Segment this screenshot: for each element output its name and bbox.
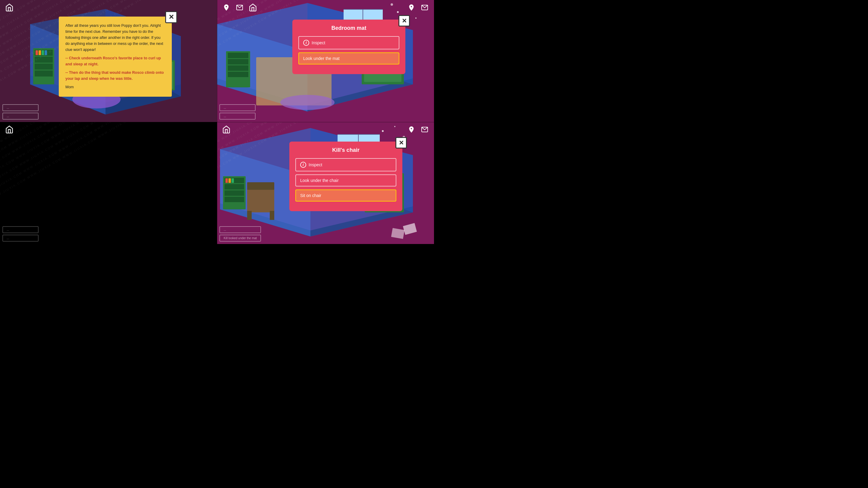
quadrant-top-right: WWW.JIUXIA.COM WWW.JIUXIA.COM WWW.JIUXIA… bbox=[217, 0, 434, 122]
action-buttons-tr: ... ... bbox=[219, 104, 255, 120]
svg-point-43 bbox=[415, 18, 416, 19]
look-under-mat-label: Look under the mat bbox=[303, 56, 395, 61]
action-btn-1-br[interactable]: ... bbox=[219, 226, 261, 233]
sit-on-chair-label: Sit on chair bbox=[300, 193, 392, 198]
quadrant-bottom-left: WWW.JIUXIA.COM WWW.JIUXIA.COM WWW.JIUXIA… bbox=[0, 122, 217, 244]
sit-on-chair-button[interactable]: Sit on chair bbox=[296, 190, 396, 201]
kills-chair-close-button[interactable]: ✕ bbox=[396, 137, 407, 149]
nav-bar-bottom-right bbox=[217, 124, 434, 135]
svg-point-55 bbox=[280, 95, 335, 110]
mail-icon-tr-right[interactable] bbox=[420, 2, 430, 13]
action-btn-1-bl[interactable]: ... bbox=[2, 226, 38, 233]
svg-rect-87 bbox=[224, 184, 244, 190]
svg-rect-84 bbox=[270, 211, 274, 220]
mail-icon-br[interactable] bbox=[420, 124, 430, 135]
home-button-bl[interactable] bbox=[4, 124, 14, 135]
letter-clue1: -- Check underneath Rosco's favorite pla… bbox=[65, 55, 165, 67]
svg-rect-52 bbox=[228, 65, 248, 71]
letter-content: After all these years you still love Pop… bbox=[65, 23, 165, 90]
kills-chair-popup: ✕ Kill's chair i Inspect Look under the … bbox=[289, 141, 402, 211]
svg-rect-8 bbox=[35, 64, 53, 70]
action-btn-1-tr[interactable]: ... bbox=[219, 104, 255, 111]
svg-rect-10 bbox=[36, 50, 38, 55]
svg-rect-83 bbox=[247, 211, 252, 220]
action-btn-2-tr[interactable]: ... bbox=[219, 113, 255, 120]
svg-rect-90 bbox=[225, 178, 228, 183]
quadrant-top-left: WWW.JIUXIA.COM WWW.JIUXIA.COM WWW.JIUXIA… bbox=[0, 0, 217, 122]
svg-rect-81 bbox=[247, 188, 274, 213]
letter-popup: ✕ After all these years you still love P… bbox=[59, 17, 172, 97]
svg-rect-92 bbox=[231, 178, 234, 183]
look-under-chair-label: Look under the chair bbox=[300, 178, 392, 183]
svg-rect-89 bbox=[224, 197, 244, 202]
look-under-mat-button[interactable]: Look under the mat bbox=[299, 53, 399, 64]
action-btn-2-tl[interactable]: ... bbox=[2, 113, 38, 120]
watermark-bl: WWW.JIUXIA.COM WWW.JIUXIA.COM WWW.JIUXIA… bbox=[0, 122, 217, 244]
action-buttons-tl: ... ... bbox=[2, 104, 38, 120]
bedroom-mat-close-button[interactable]: ✕ bbox=[398, 15, 410, 27]
location-icon-tr-left[interactable] bbox=[221, 2, 231, 13]
action-btn-1-tl[interactable]: ... bbox=[2, 104, 38, 111]
svg-rect-51 bbox=[228, 59, 248, 64]
svg-rect-82 bbox=[247, 182, 274, 190]
inspect-button-bottom-right[interactable]: i Inspect bbox=[296, 158, 396, 171]
svg-rect-50 bbox=[228, 53, 248, 58]
kills-chair-title: Kill's chair bbox=[296, 147, 396, 153]
action-btn-2-bl[interactable]: ... bbox=[2, 235, 38, 241]
action-buttons-br: ... Kill looked under the mat bbox=[219, 226, 261, 241]
quadrant-bottom-right: WWW.JIUXIA.COM WWW.JIUXIA.COM WWW.JIUXIA… bbox=[217, 122, 434, 244]
inspect-info-icon: i bbox=[303, 40, 309, 46]
letter-clue2: -- Then do the thing that would make Ros… bbox=[65, 70, 165, 82]
inspect-button-label: Inspect bbox=[312, 40, 395, 45]
action-btn-kill-looked[interactable]: Kill looked under the mat bbox=[219, 235, 261, 241]
letter-intro: After all these years you still love Pop… bbox=[65, 23, 165, 53]
action-buttons-bl: ... ... bbox=[2, 226, 38, 241]
svg-rect-11 bbox=[38, 50, 41, 55]
home-button-br[interactable] bbox=[221, 124, 231, 135]
svg-rect-13 bbox=[44, 50, 47, 55]
bedroom-mat-popup: ✕ Bedroom mat i Inspect Look under the m… bbox=[292, 20, 405, 74]
inspect-button-label-br: Inspect bbox=[309, 162, 392, 167]
inspect-button-top-right[interactable]: i Inspect bbox=[299, 36, 399, 50]
mail-icon-tr-left[interactable] bbox=[235, 2, 245, 13]
letter-close-button[interactable]: ✕ bbox=[165, 11, 177, 23]
svg-rect-91 bbox=[228, 178, 231, 183]
svg-rect-53 bbox=[228, 72, 248, 77]
svg-rect-9 bbox=[35, 70, 53, 76]
location-icon-br[interactable] bbox=[406, 124, 416, 135]
letter-signature: Mom bbox=[65, 84, 165, 90]
nav-bar-top-left bbox=[0, 2, 217, 13]
svg-rect-88 bbox=[224, 190, 244, 196]
svg-rect-12 bbox=[41, 50, 44, 55]
look-under-chair-button[interactable]: Look under the chair bbox=[296, 174, 396, 187]
bedroom-mat-title: Bedroom mat bbox=[299, 25, 399, 31]
svg-rect-7 bbox=[35, 57, 53, 63]
nav-bar-bottom-left bbox=[0, 124, 217, 135]
horizontal-divider bbox=[0, 122, 434, 122]
home-button-tr[interactable] bbox=[248, 2, 258, 13]
nav-bar-top-right bbox=[217, 2, 434, 13]
inspect-info-icon-br: i bbox=[300, 162, 306, 168]
home-button-tl[interactable] bbox=[4, 2, 14, 13]
location-icon-tr-right[interactable] bbox=[406, 2, 416, 13]
